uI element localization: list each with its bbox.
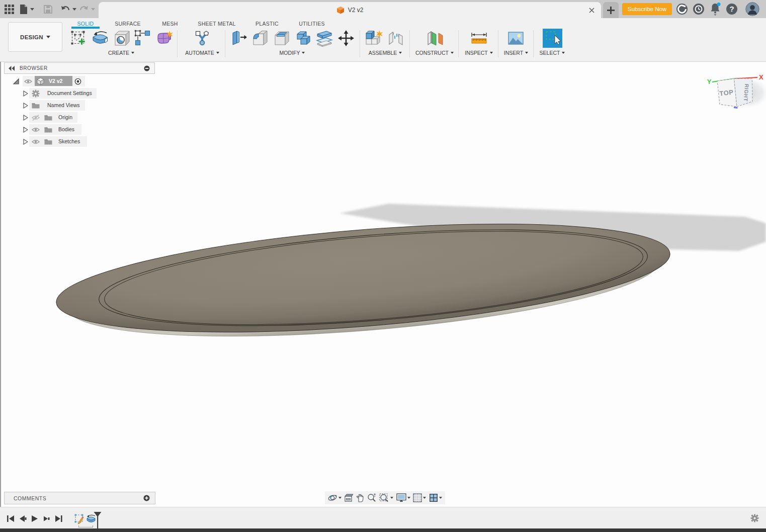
avatar[interactable] — [745, 2, 759, 16]
collapsed-arrow-icon[interactable] — [23, 126, 28, 133]
file-menu-button[interactable] — [20, 0, 34, 18]
group-construct-caret — [451, 52, 454, 54]
hole-button[interactable] — [113, 30, 131, 49]
group-automate[interactable]: AUTOMATE — [177, 49, 227, 56]
tab-plastic[interactable]: PLASTIC — [252, 19, 282, 28]
timeline-sketch-icon — [74, 513, 84, 524]
help-button[interactable]: ? — [725, 2, 739, 16]
history-icon — [693, 3, 705, 15]
group-assemble[interactable]: ASSEMBLE — [361, 49, 409, 56]
tree-row-origin[interactable]: Origin — [1, 112, 157, 123]
automate-button[interactable] — [194, 30, 211, 49]
timeline-feature-sketch[interactable] — [73, 513, 84, 525]
expanded-arrow-icon[interactable] — [13, 78, 20, 85]
new-tab-button[interactable] — [603, 2, 619, 18]
shell-button[interactable] — [273, 30, 290, 49]
undo-caret — [72, 8, 76, 11]
tree-row-sketches[interactable]: Sketches — [1, 136, 157, 147]
orbit-button[interactable] — [328, 493, 342, 502]
new-component-button[interactable] — [365, 30, 384, 49]
folder-icon — [44, 126, 52, 133]
collapsed-arrow-icon[interactable] — [23, 114, 28, 121]
tab-surface[interactable]: SURFACE — [110, 19, 145, 28]
pan-button[interactable] — [356, 494, 364, 502]
app-grid-icon — [5, 5, 14, 14]
construction-plane-button[interactable] — [426, 30, 445, 49]
timeline-step-back-button[interactable] — [18, 514, 27, 522]
undo-button[interactable] — [61, 0, 76, 18]
timeline-marker[interactable] — [94, 512, 102, 530]
group-inspect[interactable]: INSPECT — [458, 49, 499, 56]
eye-hidden-icon[interactable] — [32, 115, 40, 121]
timeline-gear-icon — [750, 514, 759, 522]
move-copy-button[interactable] — [337, 30, 355, 49]
activate-component-radio[interactable] — [74, 78, 81, 85]
group-modify[interactable]: MODIFY — [270, 49, 315, 56]
create-form-button[interactable] — [155, 30, 174, 49]
eye-visible-icon[interactable] — [24, 78, 32, 84]
group-construct[interactable]: CONSTRUCT — [409, 49, 460, 56]
create-sketch-button[interactable] — [70, 30, 87, 49]
group-create[interactable]: CREATE — [99, 49, 144, 56]
disc-model[interactable] — [52, 205, 674, 355]
subscribe-button[interactable]: Subscribe Now — [622, 3, 672, 15]
split-body-button[interactable] — [316, 30, 333, 49]
collapse-panel-icon[interactable] — [9, 66, 15, 71]
tab-mesh[interactable]: MESH — [158, 19, 182, 28]
workspace-selector[interactable]: DESIGN — [8, 22, 62, 52]
add-comment-icon[interactable] — [143, 495, 150, 501]
group-assemble-label: ASSEMBLE — [369, 50, 397, 56]
notifications-button[interactable] — [708, 2, 722, 16]
tab-utilities[interactable]: UTILITIES — [295, 19, 329, 28]
browser-panel-header[interactable]: BROWSER — [4, 62, 155, 74]
navigation-bar — [325, 491, 445, 504]
tab-close-button[interactable] — [587, 6, 596, 15]
combine-button[interactable] — [294, 30, 311, 49]
app-grid-button[interactable] — [5, 0, 14, 18]
joint-button[interactable] — [387, 30, 404, 49]
grid-settings-button[interactable] — [413, 493, 426, 502]
press-pull-button[interactable] — [230, 30, 247, 49]
redo-button[interactable] — [79, 0, 95, 18]
fillet-button[interactable] — [251, 30, 269, 49]
timeline-step-forward-button[interactable] — [42, 514, 51, 522]
rectangular-pattern-button[interactable] — [134, 30, 151, 49]
insert-image-button[interactable] — [507, 30, 525, 49]
eye-visible-icon[interactable] — [32, 139, 40, 145]
tree-row-root[interactable]: V2 v2 — [1, 76, 157, 86]
tree-row-document-settings[interactable]: Document Settings — [1, 88, 157, 99]
viewport-canvas[interactable]: TOP RIGHT Y X BROWSER — [0, 62, 766, 507]
eye-visible-icon[interactable] — [32, 127, 40, 133]
joint-icon — [387, 30, 404, 47]
measure-button[interactable] — [471, 32, 487, 46]
tree-row-bodies[interactable]: Bodies — [1, 124, 157, 135]
root-component-selected[interactable]: V2 v2 — [35, 76, 72, 86]
group-create-caret — [131, 52, 134, 54]
timeline-go-end-button[interactable] — [54, 514, 63, 522]
view-cube[interactable]: TOP RIGHT Y X — [694, 67, 766, 123]
workspace-caret — [46, 36, 50, 38]
job-status-button[interactable] — [675, 2, 689, 16]
tree-row-named-views[interactable]: Named Views — [1, 100, 157, 111]
timeline-go-start-button[interactable] — [6, 514, 15, 522]
look-at-button[interactable] — [345, 494, 354, 502]
tab-sheet-metal[interactable]: SHEET METAL — [195, 19, 239, 28]
collapse-tree-icon[interactable] — [144, 65, 150, 71]
revolve-button[interactable] — [92, 30, 109, 49]
zoom-button[interactable] — [367, 493, 376, 502]
save-button[interactable] — [44, 0, 52, 18]
history-button[interactable] — [692, 2, 706, 16]
timeline-settings-button[interactable] — [750, 514, 759, 524]
document-tab[interactable]: V2 v2 — [99, 2, 601, 18]
collapsed-arrow-icon[interactable] — [23, 138, 28, 145]
select-button[interactable] — [543, 29, 562, 50]
comments-bar[interactable]: COMMENTS — [4, 492, 155, 504]
collapsed-arrow-icon[interactable] — [23, 90, 28, 97]
collapsed-arrow-icon[interactable] — [23, 102, 28, 109]
group-insert[interactable]: INSERT — [498, 49, 534, 56]
display-settings-button[interactable] — [396, 493, 410, 502]
viewports-button[interactable] — [429, 493, 442, 502]
group-select[interactable]: SELECT — [534, 49, 570, 56]
timeline-play-button[interactable] — [30, 514, 39, 522]
fit-button[interactable] — [379, 493, 393, 502]
